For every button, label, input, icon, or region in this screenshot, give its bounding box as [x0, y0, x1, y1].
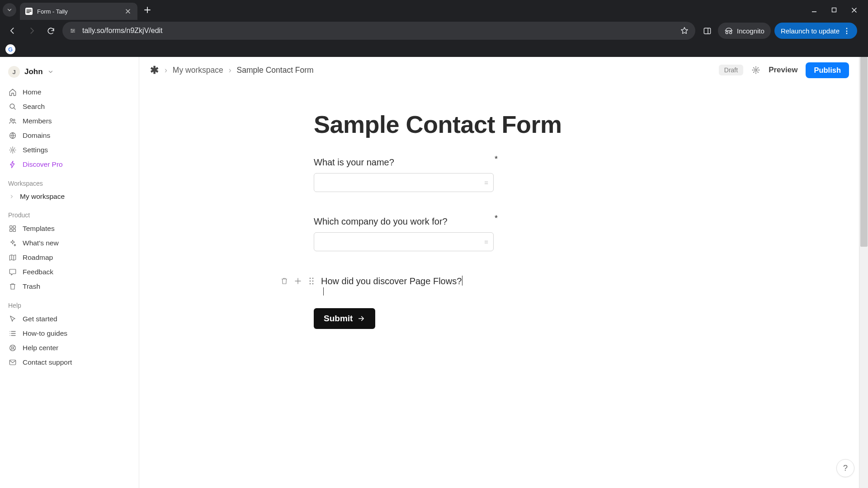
svg-rect-14 [13, 229, 15, 231]
svg-point-21 [310, 281, 311, 282]
sidebar-item-label: Discover Pro [23, 160, 63, 169]
question-block-2[interactable]: Which company do you work for? = * [314, 216, 684, 251]
user-switcher[interactable]: J John [5, 62, 134, 85]
window-close-button[interactable] [850, 6, 858, 14]
minimize-icon [811, 7, 817, 13]
workspace-item[interactable]: My workspace [5, 190, 134, 203]
drag-handle[interactable] [307, 276, 316, 286]
chevron-right-icon [8, 194, 15, 199]
delete-block-button[interactable] [279, 276, 289, 286]
answer-input[interactable] [314, 232, 494, 251]
nav-back-button[interactable] [5, 23, 20, 38]
trash-icon [280, 277, 288, 285]
bolt-icon [8, 160, 17, 169]
browser-toolbar: tally.so/forms/n9ZkjV/edit Incognito Rel… [0, 20, 868, 42]
kebab-icon: ⋮ [843, 27, 851, 35]
chat-icon [8, 267, 17, 277]
question-block-1[interactable]: What is your name? = * [314, 157, 684, 192]
svg-rect-5 [704, 28, 710, 34]
incognito-icon [724, 26, 733, 35]
form-settings-button[interactable] [751, 66, 760, 75]
sidebar-item-settings[interactable]: Settings [5, 143, 134, 157]
section-product-label: Product [5, 203, 134, 221]
bookmark-star-button[interactable] [680, 26, 689, 35]
sidebar-item-label: Trash [23, 282, 40, 291]
window-maximize-button[interactable] [830, 6, 838, 14]
sidebar-item-contact-support[interactable]: Contact support [5, 355, 134, 370]
sidebar-item-roadmap[interactable]: Roadmap [5, 250, 134, 265]
close-tab-button[interactable] [124, 7, 132, 15]
workspace-name: My workspace [20, 192, 65, 201]
chevron-down-icon [47, 69, 54, 75]
submit-button[interactable]: Submit [314, 308, 375, 329]
browser-tab-title: Form - Tally [37, 8, 119, 15]
user-name: John [24, 67, 43, 76]
help-fab[interactable]: ? [836, 459, 854, 477]
sidebar-item-home[interactable]: Home [5, 85, 134, 99]
side-panel-button[interactable] [700, 23, 714, 38]
svg-point-22 [312, 281, 314, 282]
add-block-button[interactable] [293, 276, 303, 286]
nav-reload-button[interactable] [43, 23, 58, 38]
scrollbar-thumb[interactable] [860, 57, 868, 247]
vertical-scrollbar[interactable] [859, 57, 868, 488]
sparkle-icon [8, 239, 17, 248]
sidebar-item-label: Contact support [23, 358, 72, 366]
question-label-editing[interactable]: How did you discover Page Flows? [321, 276, 462, 286]
breadcrumb-form[interactable]: Sample Contact Form [237, 66, 314, 75]
trash-icon [8, 282, 17, 291]
toolbar-right: Incognito Relaunch to update ⋮ [700, 23, 857, 39]
resize-handle-icon[interactable]: = [484, 238, 488, 246]
site-settings-icon[interactable] [69, 27, 77, 35]
browser-tab-active[interactable]: Form - Tally [20, 3, 137, 20]
block-tools [279, 276, 316, 286]
sidebar-item-get-started[interactable]: Get started [5, 312, 134, 326]
incognito-indicator[interactable]: Incognito [718, 23, 771, 39]
sidebar-item-help-center[interactable]: Help center [5, 341, 134, 355]
sidebar-item-templates[interactable]: Templates [5, 221, 134, 236]
sidebar-item-domains[interactable]: Domains [5, 128, 134, 143]
gear-icon [8, 145, 17, 155]
browser-chrome: Form - Tally [0, 0, 868, 57]
publish-button[interactable]: Publish [806, 62, 849, 78]
sidebar-item-label: Templates [23, 225, 55, 233]
address-bar[interactable]: tally.so/forms/n9ZkjV/edit [62, 22, 695, 40]
drag-handle-icon [308, 277, 315, 285]
question-label[interactable]: Which company do you work for? [314, 216, 684, 227]
sidebar: J John Home Search Members Domains Setti… [0, 57, 139, 488]
sidebar-item-how-to-guides[interactable]: How-to guides [5, 326, 134, 341]
svg-point-18 [755, 69, 757, 71]
answer-input[interactable] [314, 173, 494, 192]
new-tab-button[interactable] [141, 4, 154, 16]
preview-button[interactable]: Preview [769, 66, 797, 75]
search-tabs-button[interactable] [3, 3, 16, 17]
breadcrumb: ✱ › My workspace › Sample Contact Form [149, 65, 314, 75]
close-icon [125, 9, 131, 14]
svg-point-8 [13, 119, 15, 121]
globe-icon [8, 131, 17, 140]
members-icon [8, 117, 17, 126]
plus-icon [144, 7, 151, 13]
form-title[interactable]: Sample Contact Form [314, 110, 684, 138]
chevron-down-icon [6, 7, 13, 13]
breadcrumb-workspace[interactable]: My workspace [173, 66, 223, 75]
relaunch-button[interactable]: Relaunch to update ⋮ [774, 23, 857, 39]
window-minimize-button[interactable] [810, 6, 818, 14]
sidebar-item-discover-pro[interactable]: Discover Pro [5, 157, 134, 172]
question-label[interactable]: What is your name? [314, 157, 684, 168]
tally-logo-icon[interactable]: ✱ [149, 65, 159, 75]
section-help-label: Help [5, 294, 134, 312]
app-root: J John Home Search Members Domains Setti… [0, 57, 868, 488]
sidebar-item-members[interactable]: Members [5, 114, 134, 128]
sidebar-item-trash[interactable]: Trash [5, 279, 134, 294]
sidebar-item-feedback[interactable]: Feedback [5, 265, 134, 279]
resize-handle-icon[interactable]: = [484, 179, 488, 187]
sidebar-item-label: Settings [23, 146, 48, 154]
sidebar-item-search[interactable]: Search [5, 99, 134, 114]
bookmark-google[interactable]: G [5, 44, 15, 54]
plus-icon [294, 277, 302, 285]
question-block-editing[interactable]: How did you discover Page Flows? [279, 276, 684, 286]
nav-forward-button[interactable] [24, 23, 39, 38]
editor-canvas[interactable]: Sample Contact Form What is your name? =… [139, 83, 859, 488]
sidebar-item-whats-new[interactable]: What's new [5, 236, 134, 250]
